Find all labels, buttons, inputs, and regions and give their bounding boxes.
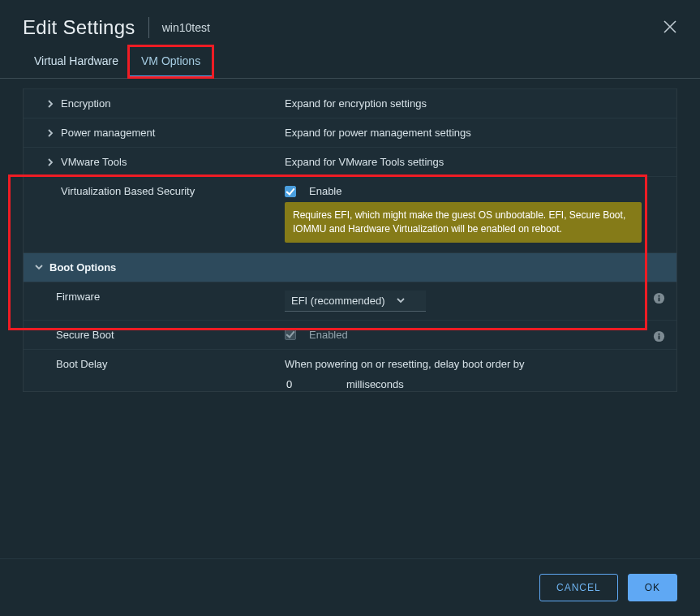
row-boot-delay: Boot Delay When powering on or resetting… xyxy=(24,349,676,392)
boot-options-label: Boot Options xyxy=(49,261,116,274)
svg-rect-7 xyxy=(659,333,660,334)
dialog-header: Edit Settings win10test xyxy=(0,0,700,47)
secure-boot-enabled-label: Enabled xyxy=(309,329,348,341)
info-icon[interactable] xyxy=(653,330,665,342)
boot-delay-label: Boot Delay xyxy=(56,358,108,370)
settings-list[interactable]: Encryption Expand for encryption setting… xyxy=(23,88,677,392)
tools-label: VMware Tools xyxy=(61,156,127,168)
dialog-title: Edit Settings xyxy=(23,16,135,39)
chevron-right-icon xyxy=(46,129,54,137)
chevron-right-icon xyxy=(46,158,54,166)
firmware-label: Firmware xyxy=(56,291,100,303)
title-divider xyxy=(148,17,149,38)
dialog-tabs: Virtual Hardware VM Options xyxy=(0,47,700,79)
vbs-enable-checkbox[interactable] xyxy=(285,186,296,197)
edit-settings-dialog: Edit Settings win10test Virtual Hardware… xyxy=(0,0,700,616)
row-vmware-tools[interactable]: VMware Tools Expand for VMware Tools set… xyxy=(24,147,676,176)
tools-hint: Expand for VMware Tools settings xyxy=(285,156,444,168)
encryption-label: Encryption xyxy=(61,97,110,110)
svg-rect-3 xyxy=(659,297,660,301)
close-icon[interactable] xyxy=(663,19,677,37)
row-boot-options[interactable]: Boot Options xyxy=(24,252,676,282)
row-power-management[interactable]: Power management Expand for power manage… xyxy=(24,118,676,147)
tab-vm-options[interactable]: VM Options xyxy=(130,47,212,78)
tab-virtual-hardware[interactable]: Virtual Hardware xyxy=(23,47,130,78)
ok-button[interactable]: OK xyxy=(628,574,677,601)
svg-rect-6 xyxy=(659,335,660,339)
boot-delay-input[interactable] xyxy=(285,375,338,392)
content-area: Encryption Expand for encryption setting… xyxy=(0,79,700,558)
boot-delay-help: When powering on or resetting, delay boo… xyxy=(285,358,525,370)
cancel-button[interactable]: CANCEL xyxy=(539,574,618,601)
chevron-down-icon xyxy=(397,296,405,304)
chevron-right-icon xyxy=(46,100,54,108)
vbs-enable-label: Enable xyxy=(309,185,341,197)
svg-rect-4 xyxy=(659,295,660,296)
power-hint: Expand for power management settings xyxy=(285,127,471,139)
encryption-hint: Expand for encryption settings xyxy=(285,97,427,110)
firmware-select[interactable]: EFI (recommended) xyxy=(285,291,426,312)
vbs-label: Virtualization Based Security xyxy=(61,185,195,197)
row-vbs: Virtualization Based Security Enable Req… xyxy=(24,176,676,252)
row-secure-boot: Secure Boot Enabled xyxy=(24,320,676,349)
dialog-footer: CANCEL OK xyxy=(0,558,700,616)
firmware-value: EFI (recommended) xyxy=(291,295,385,307)
info-icon[interactable] xyxy=(653,292,665,304)
power-label: Power management xyxy=(61,127,155,139)
row-encryption[interactable]: Encryption Expand for encryption setting… xyxy=(24,88,676,118)
boot-delay-unit: milliseconds xyxy=(346,378,404,390)
vbs-enable-wrapper[interactable]: Enable xyxy=(285,185,341,197)
row-firmware: Firmware EFI (recommended) xyxy=(24,282,676,320)
vm-name: win10test xyxy=(162,21,210,34)
secure-boot-checkbox xyxy=(285,329,296,340)
vbs-warning: Requires EFI, which might make the guest… xyxy=(285,202,642,243)
chevron-down-icon xyxy=(35,263,43,271)
secure-boot-label: Secure Boot xyxy=(56,329,114,341)
secure-boot-wrapper: Enabled xyxy=(285,329,348,341)
